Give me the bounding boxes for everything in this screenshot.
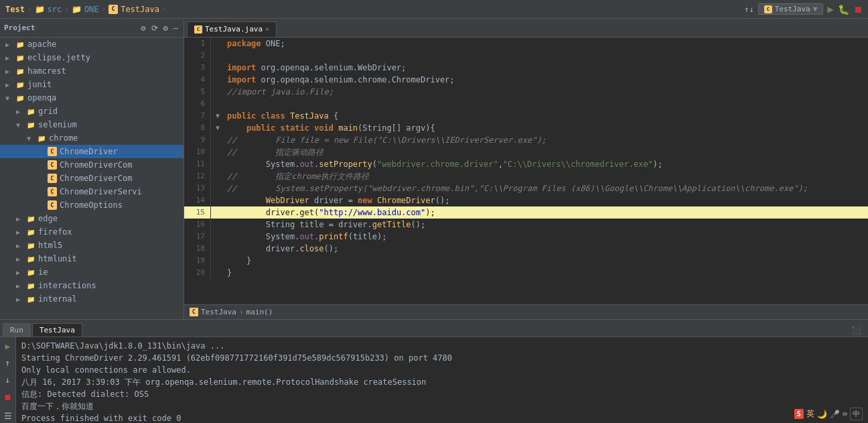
sidebar-item-openqa[interactable]: ▼ 📁 openqa [0, 91, 184, 105]
folder-icon-htmlunit: 📁 [25, 253, 36, 264]
class-icon-chromedriver: C [47, 146, 58, 157]
tree-toggle-chrome[interactable]: ▼ [27, 135, 36, 142]
tree-toggle-junit[interactable]: ▶ [5, 81, 15, 88]
tab-run[interactable]: Run [3, 323, 31, 337]
code-line-17: 17 System.out.printf(title); [184, 231, 868, 243]
run-config-dropdown-icon[interactable]: ▼ [813, 5, 818, 13]
sidebar-item-label-apache: apache [27, 40, 56, 49]
toolbar-right: ↑↓ C TestJava ▼ ▶ 🐛 ⏹ [744, 3, 863, 15]
sidebar-item-edge[interactable]: ▶ 📁 edge [0, 212, 184, 225]
line-fold-8[interactable]: ▼ [211, 122, 224, 134]
sidebar-item-interactions[interactable]: ▶ 📁 interactions [0, 279, 184, 292]
tab-testjava[interactable]: C TestJava.java × [187, 21, 277, 37]
console-scroll-down-button[interactable]: ↓ [4, 373, 12, 386]
sidebar-item-chrome[interactable]: ▼ 📁 chrome [0, 131, 184, 145]
code-editor[interactable]: 1 package ONE; 2 3 import org.openqa.sel… [184, 38, 868, 304]
sidebar-item-internal[interactable]: ▶ 📁 internal [0, 292, 184, 306]
console-run-button[interactable]: ▶ [4, 340, 12, 353]
sidebar-minimize-icon[interactable]: — [172, 22, 179, 34]
tab-testjava-console[interactable]: TestJava [32, 323, 82, 337]
tree-toggle-html5[interactable]: ▶ [16, 242, 25, 249]
tree-toggle-firefox[interactable]: ▶ [16, 229, 25, 236]
sidebar-sync-icon[interactable]: ⟳ [150, 22, 159, 34]
editor-area: C TestJava.java × 1 package ONE; 2 [184, 19, 868, 319]
sidebar-item-chromedrivercom2[interactable]: C ChromeDriverCom [0, 172, 184, 185]
sidebar-config-icon[interactable]: ⚙ [162, 22, 169, 34]
src-icon: 📁 [35, 5, 45, 14]
folder-icon-junit: 📁 [15, 79, 25, 90]
line-number-11: 11 [184, 158, 211, 170]
tree-toggle-internal[interactable]: ▶ [16, 296, 25, 303]
tree-toggle-openqa[interactable]: ▼ [5, 95, 15, 102]
console-left-buttons: ▶ ↑ ↓ ■ ☰ 🗑 [0, 337, 16, 423]
tree-toggle-selenium[interactable]: ▼ [16, 121, 25, 129]
sidebar-item-selenium[interactable]: ▼ 📁 selenium [0, 118, 184, 131]
tree-toggle-interactions[interactable]: ▶ [16, 282, 25, 290]
code-line-3: 3 import org.openqa.selenium.WebDriver; [184, 62, 868, 74]
sidebar-settings-icon[interactable]: ⚙ [139, 22, 147, 34]
tree-toggle-edge[interactable]: ▶ [16, 215, 25, 223]
tab-java-icon: C [194, 25, 202, 34]
sidebar-item-grid[interactable]: ▶ 📁 grid [0, 105, 184, 118]
tree-toggle-apache[interactable]: ▶ [5, 41, 15, 48]
code-line-13: 13 // System.setProperty("webdriver.chro… [184, 182, 868, 194]
code-line-6: 6 [184, 98, 868, 110]
tree-toggle-ie[interactable]: ▶ [16, 269, 25, 276]
bottom-tab-buttons: ⬛ [850, 324, 865, 337]
sidebar-item-chromedriverservi[interactable]: C ChromeDriverServi [0, 185, 184, 198]
sidebar-item-chromedrivercom1[interactable]: C ChromeDriverCom [0, 158, 184, 172]
sidebar-item-hamcrest[interactable]: ▶ 📁 hamcrest [0, 64, 184, 78]
line-content-1: package ONE; [224, 38, 868, 50]
sidebar-item-label-edge: edge [38, 214, 58, 223]
line-number-13: 13 [184, 182, 211, 194]
sidebar-item-junit[interactable]: ▶ 📁 junit [0, 78, 184, 91]
line-content-13: // System.setProperty("webdriver.chrome.… [224, 182, 868, 194]
line-number-19: 19 [184, 255, 211, 267]
sidebar-item-ie[interactable]: ▶ 📁 ie [0, 265, 184, 279]
bottom-maximize-button[interactable]: ⬛ [850, 324, 863, 337]
sidebar-item-htmlunit[interactable]: ▶ 📁 htmlunit [0, 252, 184, 265]
line-content-8: public static void main(String[] argv){ [224, 122, 868, 134]
run-button[interactable]: ▶ [827, 3, 834, 15]
console-stop-button[interactable]: ■ [4, 390, 12, 403]
line-number-16: 16 [184, 219, 211, 231]
sidebar-item-eclipse-jetty[interactable]: ▶ 📁 eclipse.jetty [0, 51, 184, 64]
console-filter-button[interactable]: ☰ [3, 410, 13, 422]
tab-close-button[interactable]: × [265, 25, 269, 33]
sidebar-header: Project ⚙ ⟳ ⚙ — [0, 19, 184, 38]
line-number-15: 15 [184, 206, 211, 219]
breadcrumb-sep: › [239, 308, 244, 316]
line-content-19: } [224, 255, 868, 267]
sidebar-item-html5[interactable]: ▶ 📁 html5 [0, 239, 184, 252]
sidebar-item-firefox[interactable]: ▶ 📁 firefox [0, 225, 184, 239]
tree-toggle-htmlunit[interactable]: ▶ [16, 255, 25, 263]
console-line-7: Process finished with exit code 0 [21, 412, 863, 423]
tree-toggle-eclipse-jetty[interactable]: ▶ [5, 54, 15, 62]
line-number-8: 8 [184, 122, 211, 134]
console-output: ▶ ↑ ↓ ■ ☰ 🗑 D:\SOFTWARE\Java\jdk1.8.0_13… [0, 337, 868, 423]
line-fold-7[interactable]: ▼ [211, 110, 224, 122]
breadcrumb: Test › 📁 src › 📁 ONE › C TestJava › [5, 5, 740, 14]
sidebar-item-apache[interactable]: ▶ 📁 apache [0, 38, 184, 51]
testjava-tab-icon: C [108, 5, 118, 14]
title-bar: Test › 📁 src › 📁 ONE › C TestJava › ↑↓ C… [0, 0, 868, 19]
debug-button[interactable]: 🐛 [838, 4, 849, 15]
sort-button[interactable]: ↑↓ [744, 5, 753, 14]
sidebar-item-chromedriver[interactable]: C ChromeDriver [0, 145, 184, 158]
line-content-17: System.out.printf(title); [224, 231, 868, 243]
sidebar-item-label-html5: html5 [38, 241, 62, 250]
class-icon-chromedrivercom1: C [47, 160, 58, 170]
line-content-16: String title = driver.getTitle(); [224, 219, 868, 231]
console-scroll-up-button[interactable]: ↑ [4, 357, 12, 369]
moon-icon: 🌙 [817, 410, 827, 419]
tree-toggle-grid[interactable]: ▶ [16, 108, 25, 115]
sidebar-item-chromeoptions[interactable]: C ChromeOptions [0, 198, 184, 212]
line-content-11: System.out.setProperty("webdriver.chrome… [224, 158, 868, 170]
stop-button[interactable]: ⏹ [853, 4, 863, 15]
tree-toggle-hamcrest[interactable]: ▶ [5, 68, 15, 75]
code-line-16: 16 String title = driver.getTitle(); [184, 219, 868, 231]
line-number-14: 14 [184, 194, 211, 206]
line-number-17: 17 [184, 231, 211, 243]
code-line-18: 18 driver.close(); [184, 243, 868, 255]
main-area: Project ⚙ ⟳ ⚙ — ▶ 📁 apache ▶ 📁 eclipse.j… [0, 19, 868, 319]
